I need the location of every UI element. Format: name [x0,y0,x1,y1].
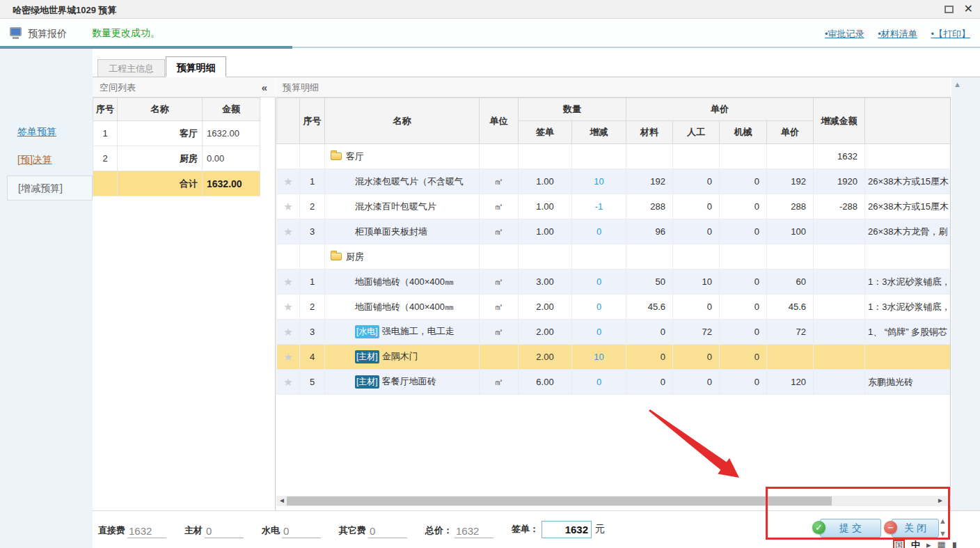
item-machine-price: 0 [720,295,767,320]
item-name: [主材]客餐厅地面砖 [325,370,480,395]
item-unit-price: 288 [767,194,814,219]
detail-table-body: 客厅 1632 ★ 1 混水漆包暖气片（不含暖气 ㎡ 1.00 10 192 0… [277,144,951,395]
sidebar-item-pre-settlement[interactable]: [预]决算 [17,154,52,166]
item-change-amount [814,219,865,244]
item-labor-price: 0 [673,345,720,370]
item-qty-change[interactable]: -1 [572,194,626,219]
horizontal-scroll-thumb[interactable] [287,496,832,506]
item-seq: 1 [300,169,325,194]
star-icon[interactable]: ★ [277,269,300,295]
currency-unit-label: 元 [595,523,605,538]
item-row[interactable]: ★ 2 混水漆百叶包暖气片 ㎡ 1.00 -1 288 0 0 288 -288… [277,194,951,219]
item-change-amount [814,269,865,295]
star-icon[interactable]: ★ [277,219,300,244]
approval-record-link[interactable]: •审批记录 [825,29,864,39]
item-row[interactable]: ★ 3 柜顶单面夹板封墙 ㎡ 1.00 0 96 0 0 100 26×38木方… [277,219,951,244]
item-seq: 2 [300,194,325,219]
item-row[interactable]: ★ 4 [主材]金隅木门 2.00 10 0 0 0 [277,345,951,370]
item-qty-change[interactable]: 0 [572,295,626,320]
star-icon[interactable]: ★ [277,295,300,320]
item-seq: 1 [300,269,325,295]
group-change-amount: 1632 [814,144,865,169]
footer-scroll-down-icon[interactable]: ▼ [939,529,947,538]
item-qty-change[interactable]: 10 [572,345,626,370]
item-remark: 26×38木方或15厘木 [865,194,951,219]
star-icon[interactable]: ★ [277,345,300,370]
main-material-badge: [主材] [355,350,379,363]
item-remark: 1：3水泥砂浆铺底， [865,295,951,320]
close-form-button[interactable]: − 关 闭 [892,519,939,538]
scroll-right-icon[interactable]: ► [937,496,944,504]
item-qty-change[interactable]: 0 [572,219,626,244]
group-row[interactable]: 厨房 [277,244,951,269]
item-qty-change[interactable]: 10 [572,169,626,194]
footer-field-value: 1632 [127,525,166,538]
item-unit: ㎡ [480,295,519,320]
tab-budget-detail[interactable]: 预算明细 [166,56,226,77]
ime-pointer-icon[interactable]: ▸ [926,540,931,548]
star-icon[interactable]: ★ [277,169,300,194]
space-row[interactable]: 2 厨房 0.00 [93,146,260,171]
close-button[interactable]: ✕ [964,4,973,14]
vertical-scrollbar[interactable]: ▲ [951,77,980,510]
item-row[interactable]: ★ 1 地面铺地砖（400×400㎜ ㎡ 3.00 0 50 10 0 60 1… [277,269,951,295]
material-list-link[interactable]: •材料清单 [878,29,917,39]
budget-detail-panel: 序号 名称 单位 数量 单价 增减金额 签单 增减 材料 人工 机械 单价 [276,97,951,510]
space-row-seq: 2 [93,146,118,171]
item-row[interactable]: ★ 5 [主材]客餐厅地面砖 ㎡ 6.00 0 0 0 0 120 东鹏抛光砖 [277,370,951,395]
submit-button[interactable]: ✓ 提 交 [820,519,881,538]
item-seq: 3 [300,320,325,345]
main-material-badge: [主材] [355,375,379,389]
item-row[interactable]: ★ 2 地面铺地砖（400×400㎜ ㎡ 2.00 0 45.6 0 0 45.… [277,295,951,320]
item-row[interactable]: ★ 3 [水电]强电施工，电工走 ㎡ 2.00 0 0 72 0 72 1、 “… [277,320,951,345]
item-labor-price: 0 [673,169,720,194]
group-row[interactable]: 客厅 1632 [277,144,951,169]
item-name: 地面铺地砖（400×400㎜ [325,295,480,320]
star-icon[interactable]: ★ [277,320,300,345]
maximize-button[interactable] [945,6,954,13]
star-icon[interactable]: ★ [277,370,300,395]
ime-language-icon[interactable]: 国 [893,540,905,548]
tab-project-info[interactable]: 工程主信息 [97,59,165,77]
item-row[interactable]: ★ 1 混水漆包暖气片（不含暖气 ㎡ 1.00 10 192 0 0 192 1… [277,169,951,194]
ime-toolbar-icon[interactable]: ▮ [952,540,957,548]
space-total-row: 合计 1632.00 [93,171,260,196]
scroll-left-icon[interactable]: ◄ [278,496,285,504]
col-price-group: 单价 [626,98,814,121]
item-unit-price: 100 [767,219,814,244]
horizontal-scrollbar[interactable]: ◄ ► [276,496,951,506]
item-material-price: 192 [626,169,673,194]
ime-keyboard-icon[interactable]: ▦ [938,540,946,548]
item-qty-change[interactable]: 0 [572,370,626,395]
col-labor: 人工 [673,121,720,144]
sidebar-item-change-budget[interactable]: [增减预算] [7,175,93,201]
print-link[interactable]: •【打印】 [931,29,970,39]
folder-icon [331,253,342,260]
item-name: 混水漆百叶包暖气片 [325,194,480,219]
item-machine-price: 0 [720,194,767,219]
item-qty-change[interactable]: 0 [572,320,626,345]
ime-chinese-mode-icon[interactable]: 中 [911,540,920,548]
footer-scroll-up-icon[interactable]: ▲ [939,517,947,525]
item-name: 地面铺地砖（400×400㎜ [325,269,480,295]
item-unit-price: 120 [767,370,814,395]
item-labor-price: 72 [673,320,720,345]
item-qty-change[interactable]: 0 [572,269,626,295]
minus-circle-icon: − [884,521,897,534]
sign-total-input[interactable] [542,521,592,538]
star-icon[interactable]: ★ [277,194,300,219]
folder-icon [331,152,342,160]
app-label: 预算报价 [28,28,67,40]
item-unit: ㎡ [480,269,519,295]
item-remark [865,345,951,370]
sidebar-item-sign-budget[interactable]: 签单预算 [17,126,56,139]
col-machine: 机械 [720,121,767,144]
item-remark: 1：3水泥砂浆铺底， [865,269,951,295]
space-row[interactable]: 1 客厅 1632.00 [93,121,260,146]
scroll-up-icon[interactable]: ▲ [954,80,961,88]
ime-language-bar[interactable]: 国 中 ▸ ▦ ▮ [893,540,957,548]
space-row-name: 客厅 [118,121,203,146]
space-list-title: 空间列表 [100,82,136,93]
item-seq: 5 [300,370,325,395]
collapse-panel-icon[interactable]: « [262,77,267,97]
